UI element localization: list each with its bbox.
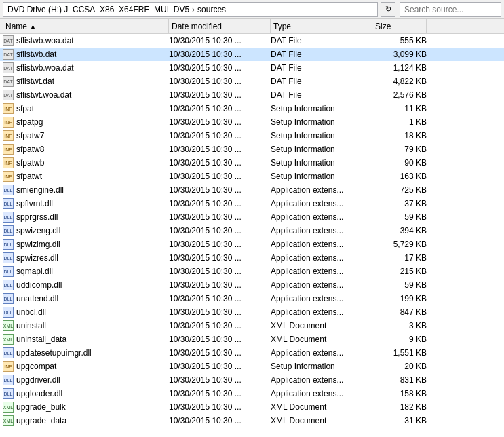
file-name-label: upgrade_data — [16, 416, 66, 425]
table-row[interactable]: DLL smiengine.dll 10/30/2015 10:30 ... A… — [0, 183, 504, 197]
file-name-label: upgrade_bulk — [16, 402, 66, 412]
table-row[interactable]: INF sfpatwt 10/30/2015 10:30 ... Setup I… — [0, 170, 504, 183]
file-type-cell: Setup Information — [271, 158, 372, 168]
file-name-label: smiengine.dll — [16, 185, 64, 195]
column-header-size[interactable]: Size — [372, 19, 427, 33]
file-type-cell: DAT File — [271, 36, 372, 45]
file-type-cell: DAT File — [271, 90, 372, 100]
table-row[interactable]: INF sfpatwb 10/30/2015 10:30 ... Setup I… — [0, 156, 504, 170]
file-size-cell: 1,551 KB — [372, 348, 427, 358]
search-input[interactable] — [404, 5, 497, 14]
file-name-label: sfpatpg — [16, 117, 43, 127]
table-row[interactable]: DLL unbcl.dll 10/30/2015 10:30 ... Appli… — [0, 305, 504, 319]
table-row[interactable]: XML uninstall 10/30/2015 10:30 ... XML D… — [0, 319, 504, 332]
dll-icon: DLL — [3, 388, 14, 399]
file-size-cell: 199 KB — [372, 294, 427, 303]
dll-icon: DLL — [3, 280, 14, 290]
file-name-label: sfpatw7 — [16, 131, 44, 140]
table-row[interactable]: DAT sflistwb.woa.dat 10/30/2015 10:30 ..… — [0, 61, 504, 75]
file-name-label: updatesetupuimgr.dll — [16, 348, 92, 358]
dll-icon: DLL — [3, 347, 14, 358]
table-row[interactable]: DLL unattend.dll 10/30/2015 10:30 ... Ap… — [0, 292, 504, 305]
table-row[interactable]: DLL spprgrss.dll 10/30/2015 10:30 ... Ap… — [0, 210, 504, 224]
dll-icon: DLL — [3, 239, 14, 250]
file-date-cell: 10/30/2015 10:30 ... — [169, 226, 271, 235]
file-date-cell: 10/30/2015 10:30 ... — [169, 402, 271, 412]
file-date-cell: 10/30/2015 10:30 ... — [169, 77, 271, 86]
file-type-cell: XML Document — [271, 416, 372, 425]
file-size-cell: 9 KB — [372, 335, 427, 344]
file-name-cell: XML upgrade_data — [3, 415, 169, 426]
address-path[interactable]: DVD Drive (H:) J_CCSA_X86_X64FRE_MUI_DV5… — [3, 2, 378, 17]
file-size-cell: 182 KB — [372, 402, 427, 412]
file-size-cell: 163 KB — [372, 172, 427, 181]
table-row[interactable]: DLL spwizeng.dll 10/30/2015 10:30 ... Ap… — [0, 224, 504, 238]
file-size-cell: 1 KB — [372, 117, 427, 127]
file-type-cell: Setup Information — [271, 172, 372, 181]
table-row[interactable]: DAT sflistwt.dat 10/30/2015 10:30 ... DA… — [0, 75, 504, 88]
file-size-cell: 31 KB — [372, 416, 427, 425]
table-row[interactable]: DAT sflistwb.dat 10/30/2015 10:30 ... DA… — [0, 48, 504, 61]
file-name-cell: DAT sflistwt.woa.dat — [3, 90, 169, 100]
file-size-cell: 555 KB — [372, 36, 427, 45]
column-header-type[interactable]: Type — [271, 19, 372, 33]
table-row[interactable]: XML upgrade_bulk 10/30/2015 10:30 ... XM… — [0, 400, 504, 414]
refresh-button[interactable]: ↻ — [381, 2, 395, 17]
file-type-cell: Setup Information — [271, 131, 372, 140]
file-date-cell: 10/30/2015 10:30 ... — [169, 212, 271, 222]
address-actions: ↻ — [381, 2, 395, 17]
file-type-cell: XML Document — [271, 402, 372, 412]
file-name-label: spprgrss.dll — [16, 212, 58, 222]
table-row[interactable]: DAT sflistwt.woa.dat 10/30/2015 10:30 ..… — [0, 88, 504, 102]
table-row[interactable]: DLL sqmapi.dll 10/30/2015 10:30 ... Appl… — [0, 265, 504, 278]
file-size-cell: 3 KB — [372, 321, 427, 330]
table-row[interactable]: DLL spwizres.dll 10/30/2015 10:30 ... Ap… — [0, 251, 504, 265]
table-row[interactable]: XML uninstall_data 10/30/2015 10:30 ... … — [0, 332, 504, 346]
table-row[interactable]: INF sfpatpg 10/30/2015 10:30 ... Setup I… — [0, 115, 504, 129]
table-row[interactable]: DLL uddicomp.dll 10/30/2015 10:30 ... Ap… — [0, 278, 504, 292]
table-row[interactable]: DLL updatesetupuimgr.dll 10/30/2015 10:3… — [0, 346, 504, 360]
dll-icon: DLL — [3, 266, 14, 277]
table-row[interactable]: XML upgrade_data 10/30/2015 10:30 ... XM… — [0, 414, 504, 428]
file-type-cell: Application extens... — [271, 375, 372, 385]
file-date-cell: 10/30/2015 10:30 ... — [169, 416, 271, 425]
path-folder: sources — [197, 5, 226, 14]
xml-icon: XML — [3, 415, 14, 426]
file-name-cell: DLL unbcl.dll — [3, 307, 169, 318]
dll-icon: DLL — [3, 185, 14, 195]
column-header-name[interactable]: Name ▲ — [3, 19, 169, 33]
xml-icon: XML — [3, 402, 14, 413]
file-size-cell: 2,576 KB — [372, 90, 427, 100]
setup-icon: INF — [3, 103, 14, 114]
table-row[interactable]: DLL upgloader.dll 10/30/2015 10:30 ... A… — [0, 387, 504, 400]
dll-icon: DLL — [3, 252, 14, 263]
file-type-cell: DAT File — [271, 77, 372, 86]
table-row[interactable]: DAT sflistwb.woa.dat 10/30/2015 10:30 ..… — [0, 34, 504, 48]
file-type-cell: DAT File — [271, 63, 372, 73]
table-row[interactable]: DLL spflvrnt.dll 10/30/2015 10:30 ... Ap… — [0, 197, 504, 210]
column-header-date[interactable]: Date modified — [169, 19, 271, 33]
search-box[interactable] — [400, 2, 501, 17]
setup-icon: INF — [3, 144, 14, 155]
dat-icon: DAT — [3, 76, 14, 87]
address-bar: DVD Drive (H:) J_CCSA_X86_X64FRE_MUI_DV5… — [0, 0, 504, 19]
file-name-label: sflistwt.dat — [16, 77, 54, 86]
path-drive: DVD Drive (H:) J_CCSA_X86_X64FRE_MUI_DV5 — [7, 5, 189, 14]
file-name-cell: DLL spflvrnt.dll — [3, 198, 169, 209]
file-name-cell: INF sfpatwt — [3, 171, 169, 182]
file-size-cell: 831 KB — [372, 375, 427, 385]
table-row[interactable]: INF sfpatw8 10/30/2015 10:30 ... Setup I… — [0, 142, 504, 156]
table-row[interactable]: INF sfpatw7 10/30/2015 10:30 ... Setup I… — [0, 129, 504, 142]
file-date-cell: 10/30/2015 10:30 ... — [169, 185, 271, 195]
table-row[interactable]: DLL spwizimg.dll 10/30/2015 10:30 ... Ap… — [0, 238, 504, 251]
file-name-cell: INF sfpatpg — [3, 117, 169, 128]
file-name-cell: DLL spwizimg.dll — [3, 239, 169, 250]
file-date-cell: 10/30/2015 10:30 ... — [169, 294, 271, 303]
dat-icon: DAT — [3, 35, 14, 46]
file-name-label: spflvrnt.dll — [16, 199, 53, 208]
dat-icon: DAT — [3, 49, 14, 60]
table-row[interactable]: INF sfpat 10/30/2015 10:30 ... Setup Inf… — [0, 102, 504, 115]
file-type-cell: Setup Information — [271, 117, 372, 127]
table-row[interactable]: DLL upgdriver.dll 10/30/2015 10:30 ... A… — [0, 373, 504, 387]
table-row[interactable]: INF upgcompat 10/30/2015 10:30 ... Setup… — [0, 360, 504, 373]
